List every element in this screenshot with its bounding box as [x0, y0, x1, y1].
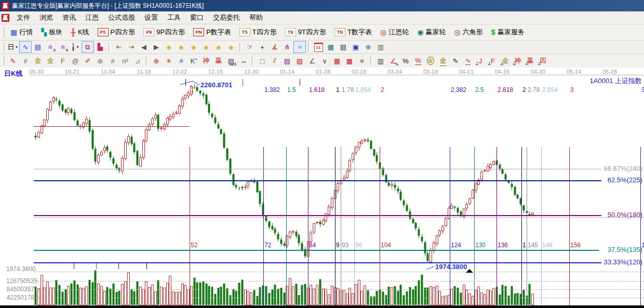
menu-item-9[interactable]: 交易委托 — [208, 12, 245, 23]
menu-item-8[interactable]: 窗口 — [185, 12, 208, 23]
sectors-button[interactable]: ▚板块 — [37, 26, 66, 38]
crosshair-button[interactable]: ＋ — [256, 41, 269, 53]
system-button[interactable]: ▥ — [374, 41, 387, 53]
spider-web-blue-tool[interactable]: ✳ — [175, 55, 187, 67]
menu-item-5[interactable]: 公式选股 — [103, 12, 140, 23]
menu-item-4[interactable]: 江恩 — [81, 12, 103, 23]
kline-button[interactable]: ╫K线 — [67, 26, 93, 38]
winner-service-button[interactable]: $赢家服务 — [488, 26, 528, 38]
period-selector[interactable]: 日▼ — [7, 41, 19, 53]
trend-angle-tool[interactable]: ∠ — [306, 55, 318, 67]
f10-info-icon[interactable]: ▤ — [32, 41, 44, 53]
fit-screen-button[interactable]: ◈ — [212, 41, 225, 53]
kline-chart-canvas[interactable] — [0, 68, 644, 305]
min3-chart-icon[interactable]: ılı3 — [44, 41, 57, 53]
t-square-button[interactable]: TST四方形 — [236, 26, 280, 38]
calendar-button[interactable]: 21 — [312, 41, 325, 53]
menu-item-7[interactable]: 工具 — [163, 12, 185, 23]
j-angle-tool[interactable]: J∠ — [474, 55, 487, 67]
angle-measure-button[interactable]: ∡ — [269, 41, 281, 53]
gann-target-tool[interactable]: ⊕ — [150, 55, 163, 67]
zoom-out-x-button[interactable]: ◈ — [163, 41, 175, 53]
p9-square-button[interactable]: P99P四方形 — [140, 26, 189, 38]
gold-grid-tool-1[interactable]: 金 — [32, 55, 44, 67]
parallel-lines-tool[interactable]: ≡ — [356, 55, 368, 67]
fib-grid-tool[interactable]: F — [57, 55, 69, 67]
panel-layout-tool[interactable]: ▥ — [374, 55, 387, 67]
web-link-button[interactable]: ⊕ — [362, 41, 374, 53]
calculator-button[interactable]: ▦ — [325, 41, 337, 53]
gann-ratio-label: 1.382 — [264, 86, 280, 93]
wave-channel-tool[interactable]: ∿ — [462, 55, 474, 67]
menu-item-2[interactable]: 浏览 — [35, 12, 58, 23]
percent-line-tool[interactable]: % — [412, 55, 424, 67]
fan-square-tool[interactable]: ▨ — [281, 55, 293, 67]
diagonal-square-tool[interactable]: ▧ — [293, 55, 306, 67]
winner-wheel-button[interactable]: ◉赢家轮 — [413, 26, 449, 38]
shen-grid-tool[interactable]: 神 — [200, 55, 212, 67]
ruler-scale-tool[interactable]: ▤123 — [225, 55, 237, 67]
span-measure-tool[interactable]: ↔ — [237, 55, 250, 67]
first-bar-button[interactable]: ⇤ — [113, 41, 125, 53]
gold-grid-tool-2[interactable]: 金 — [44, 55, 57, 67]
time-cycle-tool[interactable]: ⊛ — [94, 55, 106, 67]
toolbar-grip[interactable] — [2, 56, 4, 65]
quotes-button[interactable]: ▦行情 — [7, 26, 36, 38]
toolbar-grip[interactable] — [2, 43, 4, 52]
percent-tool[interactable]: % — [399, 55, 412, 67]
trend-angle-tool-icon: ∠ — [309, 57, 315, 65]
save-button[interactable]: ▣ — [350, 41, 362, 53]
pattern-tool-icon[interactable]: ⧉ — [82, 41, 94, 53]
wave-pattern-button[interactable]: ≈ — [293, 41, 306, 53]
prev-bar-button[interactable]: ◀ — [138, 41, 150, 53]
trend-chart-icon[interactable]: ∿ — [19, 41, 32, 53]
shen-angle-tool[interactable]: 神∠ — [512, 55, 524, 67]
gold-angle-tool[interactable]: 金∠ — [499, 55, 512, 67]
reset-view-button[interactable]: ◈ — [225, 41, 237, 53]
t9-square-button[interactable]: T99T四方形 — [281, 26, 330, 38]
gold-line-tool[interactable]: 金 — [437, 55, 449, 67]
candle-type-icon[interactable]: ╽▼ — [69, 41, 82, 53]
price-grid-frame-tool[interactable]: ▩ — [343, 55, 356, 67]
zoom-in-x-button[interactable]: ◈ — [175, 41, 187, 53]
ying-grid-tool[interactable]: 赢 — [212, 55, 225, 67]
zoom-out-y-button[interactable]: ◈ — [187, 41, 200, 53]
gold-circle-tool[interactable]: 金 — [424, 55, 437, 67]
k-wave-tool[interactable]: K” — [187, 55, 200, 67]
hand-tool-button[interactable]: ☞ — [244, 41, 256, 53]
menu-item-10[interactable]: 帮助 — [245, 12, 267, 23]
draw-brush-tool[interactable]: ✎ — [7, 55, 19, 67]
square-frame-tool[interactable]: ◻ — [256, 55, 269, 67]
zoom-in-y-button[interactable]: ◈ — [200, 41, 212, 53]
min9-chart-icon[interactable]: ılı9 — [57, 41, 69, 53]
spider-web-red-tool[interactable]: ✳ — [163, 55, 175, 67]
fan-lines-tool[interactable]: ⫽ — [269, 55, 281, 67]
price-grid-red-tool[interactable]: ▦ — [331, 55, 343, 67]
hexagon-button[interactable]: ◎六角形 — [450, 26, 486, 38]
n-square-tool[interactable]: n² — [119, 55, 131, 67]
menu-item-6[interactable]: 设置 — [140, 12, 163, 23]
ying-angle-tool[interactable]: 赢∠ — [524, 55, 536, 67]
gann-grid-tool[interactable]: # — [19, 55, 32, 67]
zigzag-wave-tool[interactable]: ∨ — [318, 55, 331, 67]
p-number-button[interactable]: PNP数字表 — [190, 26, 235, 38]
notepad-button[interactable]: ▤ — [337, 41, 350, 53]
volume-profile-icon[interactable]: ▙ — [94, 41, 106, 53]
toolbar-grip[interactable] — [2, 27, 4, 38]
gann-wheel-button[interactable]: ◎江恩轮 — [377, 26, 412, 38]
si-angle-tool[interactable]: 四∠ — [536, 55, 549, 67]
spiral-tool[interactable]: @ — [69, 55, 82, 67]
measure-pen-tool[interactable]: ✐ — [82, 55, 94, 67]
f-angle-tool[interactable]: F∠ — [487, 55, 499, 67]
next-bar-button[interactable]: ▶ — [150, 41, 163, 53]
polygon-tool-button[interactable]: ⋔ — [281, 41, 293, 53]
angle-fan-tool[interactable]: ⊿ — [131, 55, 144, 67]
menu-item-1[interactable]: 文件 — [12, 12, 35, 23]
angle-percent-tool[interactable]: ∠% — [387, 55, 399, 67]
menu-item-3[interactable]: 资讯 — [58, 12, 81, 23]
t-number-button[interactable]: TNT数字表 — [331, 26, 375, 38]
ink-measure-tool[interactable]: ✎ — [449, 55, 462, 67]
p-square-button[interactable]: PSP四方形 — [94, 26, 139, 38]
bar-grid-tool[interactable]: # — [106, 55, 119, 67]
last-bar-button[interactable]: ⇥ — [125, 41, 138, 53]
